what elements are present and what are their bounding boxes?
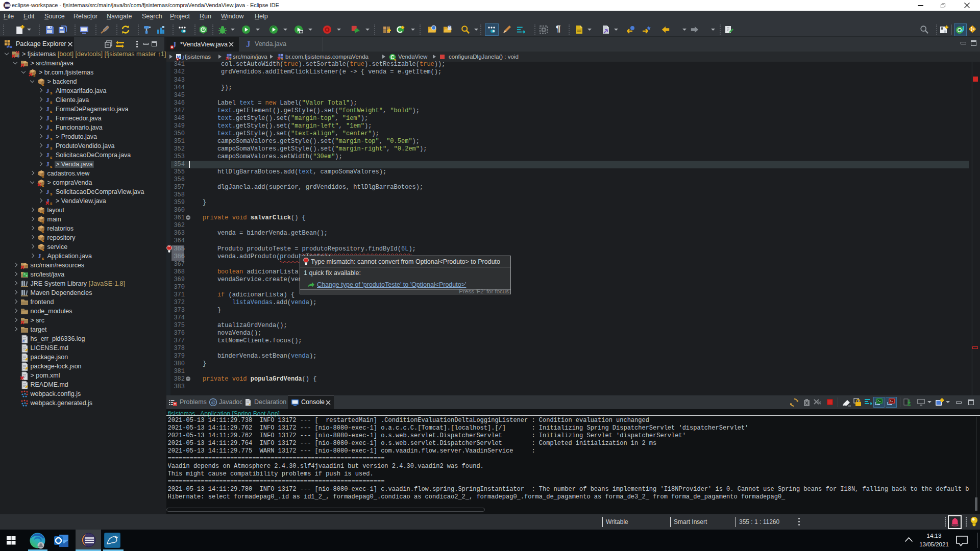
- svg-text:s: s: [42, 183, 44, 187]
- svg-text:s: s: [229, 57, 231, 60]
- svg-text:J: J: [246, 39, 251, 49]
- svg-text:J: J: [182, 54, 185, 61]
- svg-text:s: s: [42, 174, 44, 178]
- svg-text:s: s: [42, 229, 44, 233]
- svg-text:a: a: [22, 339, 24, 343]
- svg-text:s: s: [42, 82, 44, 86]
- svg-text:J: J: [17, 54, 19, 58]
- svg-text:s: s: [281, 57, 283, 60]
- svg-text:s: s: [42, 220, 44, 223]
- svg-text:s: s: [42, 211, 44, 214]
- svg-text:s: s: [42, 238, 44, 242]
- svg-text:s: s: [33, 73, 36, 77]
- svg-text:s: s: [42, 247, 44, 251]
- svg-text:@: @: [211, 400, 216, 405]
